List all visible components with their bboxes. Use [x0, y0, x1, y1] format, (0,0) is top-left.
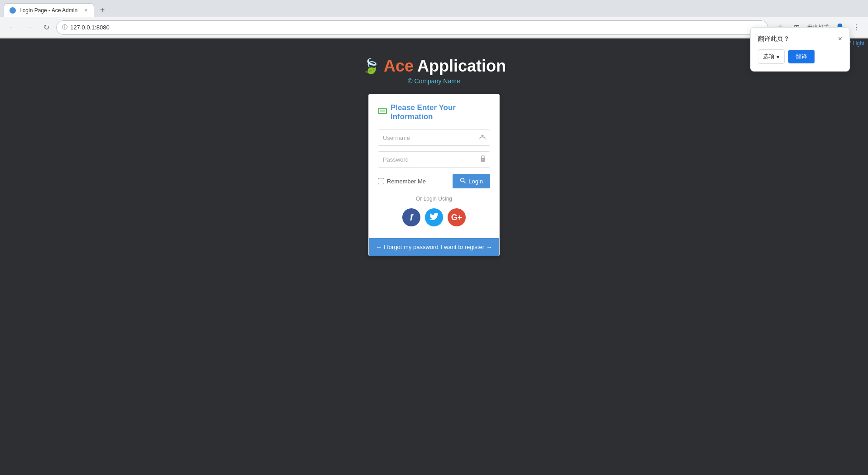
nav-bar: ← → ↻ ⓘ 127.0.0.1:8080 ☆ ⊞ 无痕模式 👤 ⋮: [0, 17, 868, 38]
translate-popup: 翻译此页？ × 选项 ▾ 翻译: [750, 27, 850, 72]
reload-button[interactable]: ↻: [39, 20, 53, 35]
tab-bar: Login Page - Ace Admin × +: [0, 0, 868, 17]
translate-select-label: 选项: [763, 53, 775, 61]
google-icon: G+: [451, 213, 463, 222]
divider-line-right: [456, 199, 490, 199]
translate-chevron-icon: ▾: [776, 53, 780, 60]
svg-rect-2: [380, 110, 385, 112]
login-button[interactable]: Login: [453, 174, 490, 188]
leaf-icon: 🍃: [362, 58, 380, 75]
forgot-password-link[interactable]: ← I forgot my password: [376, 244, 439, 250]
tab-favicon: [10, 7, 16, 14]
active-tab[interactable]: Login Page - Ace Admin ×: [4, 3, 94, 17]
google-login-button[interactable]: G+: [448, 208, 466, 226]
translate-popup-title: 翻译此页？: [758, 35, 790, 43]
login-card-footer: ← I forgot my password I want to registe…: [369, 238, 499, 256]
app-title-rest: Application: [417, 57, 506, 76]
username-icon: [479, 134, 486, 142]
login-card-body: Please Enter Your Information: [369, 94, 499, 238]
login-card: Please Enter Your Information: [368, 94, 500, 256]
app-title-ace: Ace: [384, 57, 414, 76]
address-text: 127.0.0.1:8080: [70, 24, 110, 31]
menu-button[interactable]: ⋮: [849, 20, 863, 35]
translate-close-button[interactable]: ×: [838, 35, 842, 43]
password-input[interactable]: [378, 151, 490, 168]
theme-light-link[interactable]: Light: [853, 40, 864, 47]
svg-point-5: [482, 159, 483, 160]
back-button[interactable]: ←: [5, 20, 19, 35]
twitter-icon: [429, 213, 439, 222]
app-title: 🍃 Ace Application: [362, 57, 506, 76]
password-group: [378, 151, 490, 168]
translate-actions: 选项 ▾ 翻译: [758, 49, 842, 64]
tab-title: Login Page - Ace Admin: [19, 7, 80, 14]
app-company: © Company Name: [362, 77, 506, 85]
social-login: f G+: [378, 208, 490, 226]
remember-me-checkbox[interactable]: [378, 178, 384, 184]
login-btn-icon: [460, 178, 466, 185]
forgot-password-text: I forgot my password: [384, 244, 439, 250]
divider: Or Login Using: [378, 196, 490, 202]
address-bar[interactable]: ⓘ 127.0.0.1:8080: [56, 20, 768, 35]
browser-chrome: Login Page - Ace Admin × + ← → ↻ ⓘ 127.0…: [0, 0, 868, 38]
username-group: [378, 130, 490, 146]
facebook-login-button[interactable]: f: [402, 208, 420, 226]
twitter-login-button[interactable]: [425, 208, 443, 226]
login-heading-text: Please Enter Your Information: [391, 103, 490, 121]
svg-line-7: [464, 182, 466, 183]
forward-button[interactable]: →: [22, 20, 36, 35]
register-link[interactable]: I want to register →: [441, 244, 492, 250]
username-input[interactable]: [378, 130, 490, 146]
remember-me-label[interactable]: Remember Me: [378, 178, 426, 185]
login-heading-icon: [378, 108, 387, 117]
new-tab-button[interactable]: +: [96, 4, 109, 16]
page-content: Dark / Blur / Light 🍃 Ace Application © …: [0, 38, 868, 475]
translate-popup-header: 翻译此页？ ×: [758, 35, 842, 43]
facebook-icon: f: [410, 212, 413, 223]
register-text: I want to register: [441, 244, 484, 250]
divider-line-left: [378, 199, 412, 199]
login-btn-label: Login: [468, 178, 483, 185]
login-heading: Please Enter Your Information: [378, 103, 490, 121]
register-arrow-icon: →: [486, 244, 492, 250]
address-lock-icon: ⓘ: [62, 24, 68, 31]
translate-button[interactable]: 翻译: [788, 50, 815, 63]
password-icon: [480, 155, 486, 163]
login-actions: Remember Me Login: [378, 174, 490, 188]
app-header: 🍃 Ace Application © Company Name: [362, 57, 506, 85]
divider-text: Or Login Using: [416, 196, 452, 202]
forgot-arrow-icon: ←: [376, 244, 382, 250]
tab-close-btn[interactable]: ×: [83, 7, 88, 14]
remember-me-text: Remember Me: [387, 178, 426, 185]
translate-select-button[interactable]: 选项 ▾: [758, 49, 785, 64]
